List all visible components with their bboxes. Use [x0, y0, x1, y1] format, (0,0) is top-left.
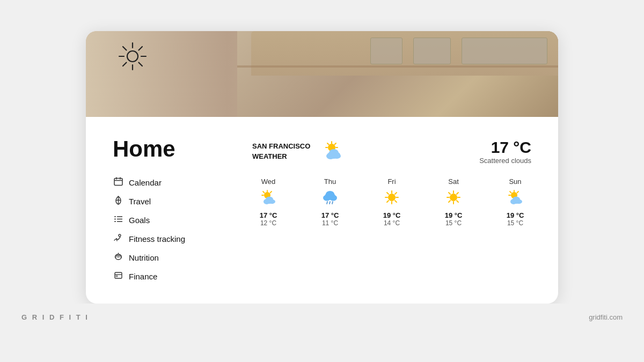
main-card: Home Calendar [86, 31, 558, 304]
sun-icon [117, 41, 148, 74]
forecast-wed-icon [260, 190, 277, 207]
weather-temp-block: 17 °C Scattered clouds [479, 138, 531, 165]
forecast-fri-low: 14 °C [383, 219, 401, 227]
nav-item-finance[interactable]: Finance [113, 271, 220, 282]
forecast-sun: Sun [499, 178, 531, 227]
weather-location-block: SAN FRANCISCO WEATHER [252, 142, 310, 161]
weather-city: SAN FRANCISCO [252, 142, 310, 151]
svg-line-52 [332, 202, 333, 204]
svg-line-32 [335, 143, 336, 145]
svg-line-31 [327, 143, 329, 145]
svg-line-50 [327, 202, 327, 204]
svg-line-41 [270, 191, 272, 193]
svg-line-60 [387, 201, 389, 202]
footer-brand-left: G R I D F I T I [21, 313, 89, 321]
svg-rect-25 [116, 276, 118, 277]
svg-line-74 [510, 191, 511, 193]
header-background [86, 31, 558, 117]
nav-item-fitness[interactable]: Fitness tracking [113, 233, 220, 245]
finance-icon [113, 271, 123, 282]
forecast-day-sat-label: Sat [448, 178, 459, 186]
forecast-sat-high: 19 °C [445, 211, 463, 219]
nav-item-calendar-label: Calendar [129, 178, 162, 187]
forecast-wed-low: 12 °C [260, 219, 277, 227]
weather-header: SAN FRANCISCO WEATHER [252, 138, 531, 165]
svg-line-59 [395, 193, 397, 194]
weather-temp: 17 °C [479, 138, 531, 157]
forecast-day-fri-label: Fri [387, 178, 396, 186]
nav-list: Calendar Travel [113, 177, 220, 282]
forecast-sat: Sat [437, 178, 470, 227]
svg-point-36 [329, 149, 339, 157]
forecast-thu-high: 17 °C [321, 211, 339, 219]
travel-icon [113, 196, 123, 207]
card-body: Home Calendar [86, 117, 558, 304]
forecast-day-thu-label: Thu [324, 178, 336, 186]
svg-line-58 [387, 193, 389, 194]
forecast-day-wed-label: Wed [261, 178, 276, 186]
svg-line-75 [517, 191, 519, 193]
forecast-sun-temps: 19 °C 15 °C [507, 211, 524, 227]
svg-line-69 [449, 201, 450, 202]
svg-line-5 [123, 47, 127, 50]
weather-description: Scattered clouds [479, 157, 531, 165]
forecast-sat-low: 15 °C [445, 219, 463, 227]
svg-line-61 [395, 201, 397, 202]
forecast-wed-temps: 17 °C 12 °C [260, 211, 277, 227]
svg-point-53 [388, 194, 396, 201]
forecast-fri-high: 19 °C [383, 211, 401, 219]
forecast-fri: Fri [376, 178, 408, 227]
nav-item-travel-label: Travel [129, 197, 151, 206]
nav-item-calendar[interactable]: Calendar [113, 177, 220, 188]
nav-item-fitness-label: Fitness tracking [129, 234, 185, 243]
forecast-fri-temps: 19 °C 14 °C [383, 211, 401, 227]
svg-point-45 [266, 197, 273, 203]
svg-line-67 [449, 193, 450, 194]
nav-item-finance-label: Finance [129, 272, 157, 281]
svg-point-20 [119, 234, 121, 237]
right-panel: SAN FRANCISCO WEATHER [252, 136, 531, 282]
svg-line-51 [330, 202, 330, 204]
nav-item-travel[interactable]: Travel [113, 196, 220, 207]
forecast-sun-icon [507, 190, 524, 207]
goals-icon [113, 215, 123, 226]
svg-line-70 [457, 201, 458, 202]
svg-line-40 [263, 191, 265, 193]
nav-item-nutrition[interactable]: Nutrition [113, 252, 220, 263]
svg-line-6 [139, 63, 143, 67]
forecast-thu-icon [321, 190, 339, 207]
svg-line-68 [457, 193, 458, 194]
svg-rect-23 [115, 272, 122, 278]
fitness-icon [113, 233, 123, 245]
forecast-sat-icon [445, 190, 462, 207]
svg-point-62 [450, 194, 457, 201]
nav-item-goals-label: Goals [129, 216, 150, 225]
svg-line-7 [139, 47, 143, 50]
left-panel: Home Calendar [113, 136, 220, 282]
weather-main-icon [321, 140, 345, 163]
svg-point-49 [326, 191, 334, 197]
forecast-sun-low: 15 °C [507, 219, 524, 227]
footer-bar: G R I D F I T I gridfiti.com [0, 304, 644, 331]
weather-forecast: Wed [252, 178, 531, 227]
footer-brand-right: gridfiti.com [589, 313, 623, 321]
page-wrapper: Home Calendar [0, 0, 644, 362]
forecast-thu: Thu [314, 178, 346, 227]
forecast-day-sun-label: Sun [509, 178, 521, 186]
forecast-sun-high: 19 °C [507, 211, 524, 219]
forecast-fri-icon [384, 190, 400, 207]
nav-item-nutrition-label: Nutrition [129, 253, 159, 262]
svg-point-79 [513, 197, 520, 203]
weather-label: WEATHER [252, 152, 310, 161]
forecast-thu-temps: 17 °C 11 °C [321, 211, 339, 227]
forecast-wed: Wed [252, 178, 284, 227]
svg-point-0 [127, 51, 138, 62]
svg-line-8 [123, 63, 127, 67]
nutrition-icon [113, 252, 123, 263]
forecast-wed-high: 17 °C [260, 211, 277, 219]
forecast-thu-low: 11 °C [321, 219, 339, 227]
nav-item-goals[interactable]: Goals [113, 215, 220, 226]
forecast-sat-temps: 19 °C 15 °C [445, 211, 463, 227]
calendar-icon [113, 177, 123, 188]
svg-rect-9 [114, 179, 122, 186]
